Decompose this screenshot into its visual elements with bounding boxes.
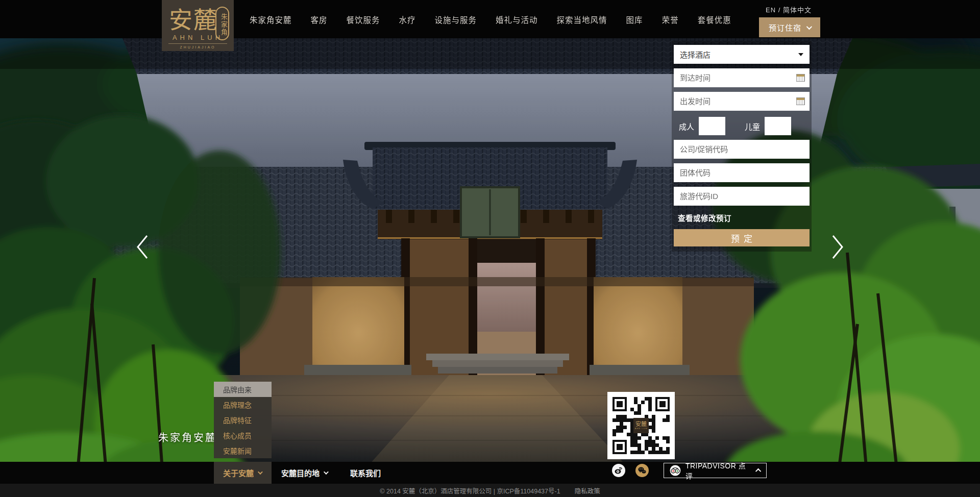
footer-item-contact[interactable]: 联系我们 — [350, 462, 381, 484]
qr-cell — [630, 408, 634, 411]
qr-finder — [655, 397, 670, 411]
nav-item-8[interactable]: 荣誉 — [662, 14, 679, 25]
language-switcher[interactable]: EN / 简体中文 — [766, 5, 812, 14]
qr-cell — [638, 440, 641, 443]
qr-cell — [645, 443, 648, 447]
qr-cell — [634, 443, 638, 447]
nav-item-5[interactable]: 婚礼与活动 — [496, 14, 538, 25]
qr-cell — [666, 440, 670, 443]
qr-cell — [634, 440, 638, 443]
travel-id-input[interactable] — [674, 187, 810, 206]
book-stay-button[interactable]: 预订住宿 — [759, 17, 820, 37]
nav-item-6[interactable]: 探索当地风情 — [557, 14, 607, 25]
footer-item-about[interactable]: 关于安麓 — [214, 462, 272, 484]
qr-cell — [659, 429, 663, 433]
qr-cell — [663, 418, 666, 422]
qr-cell — [655, 443, 659, 447]
qr-cell — [659, 447, 663, 451]
qr-cell — [630, 443, 634, 447]
departure-date-input[interactable] — [674, 92, 810, 111]
logo-divider — [168, 43, 227, 44]
qr-cell — [627, 418, 630, 422]
group-code-input[interactable] — [674, 163, 810, 182]
privacy-policy-link[interactable]: 隐私政策 — [575, 486, 600, 495]
nav-item-4[interactable]: 设施与服务 — [435, 14, 477, 25]
qr-cell — [652, 443, 655, 447]
reserve-button[interactable]: 预定 — [674, 229, 810, 246]
nav-item-1[interactable]: 客房 — [311, 14, 328, 25]
chevron-down-icon — [324, 469, 329, 475]
promo-code-input[interactable] — [674, 140, 810, 159]
qr-cell — [655, 433, 659, 436]
qr-cell — [659, 433, 663, 436]
nav-item-9[interactable]: 套餐优惠 — [698, 14, 731, 25]
chevron-up-icon — [755, 468, 761, 474]
qr-cell — [659, 415, 663, 418]
dropdown-item-4[interactable]: 安麓新闻 — [214, 443, 272, 458]
qr-cell — [638, 433, 641, 436]
carousel-next-button[interactable] — [830, 234, 845, 260]
qr-cell — [645, 436, 648, 440]
qr-cell — [634, 401, 638, 404]
brand-logo[interactable]: 安麓 朱家角 AHN LUH ZHUJIAJIAO — [162, 0, 234, 51]
nav-item-3[interactable]: 水疗 — [399, 14, 416, 25]
qr-cell — [638, 408, 641, 411]
qr-logo-text: 安麓 — [635, 421, 647, 427]
qr-cell — [652, 408, 655, 411]
adults-input[interactable] — [699, 117, 725, 135]
carousel-prev-button[interactable] — [135, 234, 150, 260]
qr-cell — [648, 418, 652, 422]
qr-cell — [648, 451, 652, 454]
qr-cell — [620, 418, 623, 422]
qr-cell — [612, 411, 616, 415]
qr-cell — [638, 404, 641, 408]
qr-cell — [648, 401, 652, 404]
dropdown-item-0[interactable]: 品牌由来 — [214, 382, 272, 397]
footer-item-destinations[interactable]: 安麓目的地 — [281, 462, 327, 484]
qr-cell — [666, 443, 670, 447]
qr-cell — [616, 415, 620, 418]
qr-cell — [638, 443, 641, 447]
qr-cell — [627, 443, 630, 447]
nav-item-7[interactable]: 图库 — [626, 14, 643, 25]
qr-cell — [634, 451, 638, 454]
dropdown-item-3[interactable]: 核心成员 — [214, 428, 272, 443]
qr-cell — [645, 408, 648, 411]
calendar-icon[interactable] — [796, 97, 805, 105]
hotel-select-value[interactable]: 选择酒店 — [674, 45, 810, 64]
qr-cell — [634, 408, 638, 411]
nav-item-0[interactable]: 朱家角安麓 — [250, 14, 292, 25]
weibo-icon[interactable] — [612, 464, 625, 477]
qr-cell — [641, 436, 645, 440]
qr-cell — [612, 418, 616, 422]
qr-cell — [663, 451, 666, 454]
arrival-date-input[interactable] — [674, 68, 810, 87]
children-input[interactable] — [765, 117, 791, 135]
chevron-down-icon — [258, 469, 263, 475]
dropdown-item-2[interactable]: 品牌特征 — [214, 412, 272, 428]
arrival-date-field — [674, 68, 810, 87]
qr-cell — [648, 408, 652, 411]
hotel-select-field[interactable]: 选择酒店 — [674, 45, 810, 64]
children-label: 儿童 — [745, 121, 760, 132]
calendar-icon[interactable] — [796, 74, 805, 82]
qr-cell — [627, 451, 630, 454]
nav-item-2[interactable]: 餐饮服务 — [347, 14, 380, 25]
qr-cell — [645, 401, 648, 404]
view-modify-booking-link[interactable]: 查看或修改预订 — [678, 212, 810, 223]
qr-cell — [652, 440, 655, 443]
qr-cell — [641, 401, 645, 404]
qr-cell — [655, 429, 659, 433]
wechat-icon[interactable] — [635, 464, 649, 477]
logo-english-name: AHN LUH — [162, 34, 234, 41]
qr-cell — [634, 436, 638, 440]
dropdown-item-1[interactable]: 品牌理念 — [214, 397, 272, 412]
qr-cell — [620, 433, 623, 436]
qr-cell — [641, 443, 645, 447]
qr-cell — [630, 404, 634, 408]
tripadvisor-widget[interactable]: TRIPADVISOR 点评 — [664, 463, 767, 478]
qr-center-logo: 安麓 AHN LUH — [633, 418, 649, 433]
departure-date-field — [674, 92, 810, 111]
qr-cell — [663, 411, 666, 415]
chevron-left-icon — [135, 234, 150, 260]
